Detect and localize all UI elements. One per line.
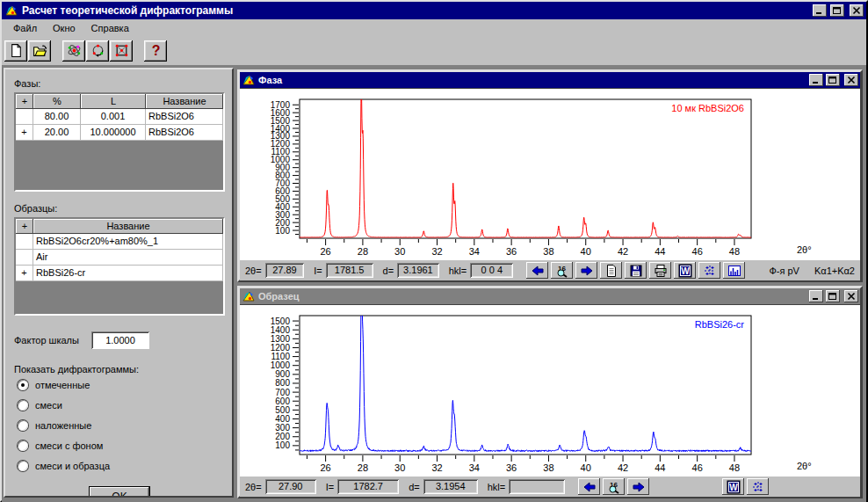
intensity-label: I= bbox=[314, 266, 322, 276]
column-header[interactable]: + bbox=[16, 94, 33, 109]
table-cell[interactable] bbox=[16, 109, 33, 125]
sample-window: Образец 10020030040050060070080090010001… bbox=[237, 286, 863, 498]
open-file-button[interactable] bbox=[28, 40, 51, 62]
sample-maximize-button[interactable] bbox=[826, 290, 840, 302]
intensity-label: I= bbox=[326, 482, 334, 492]
word-export-button[interactable]: W bbox=[722, 478, 744, 495]
phase-minimize-button[interactable] bbox=[809, 74, 823, 86]
table-cell[interactable]: 0.001 bbox=[81, 109, 146, 125]
unit-cell-button[interactable] bbox=[110, 40, 133, 62]
d-spacing-value: 3.1954 bbox=[423, 479, 478, 494]
phases-table: +%LНазвание80.000.001RbBSi2O6+20.0010.00… bbox=[14, 92, 225, 192]
column-header[interactable]: % bbox=[33, 94, 81, 109]
print-button[interactable] bbox=[649, 262, 671, 279]
minimize-button[interactable] bbox=[813, 4, 827, 17]
intensity-value: 1781.5 bbox=[326, 263, 373, 278]
column-header[interactable]: Название bbox=[146, 94, 223, 109]
phase-close-button[interactable] bbox=[844, 74, 858, 86]
table-cell[interactable] bbox=[16, 250, 33, 266]
prev-arrow-button[interactable] bbox=[526, 262, 548, 279]
column-header[interactable]: L bbox=[81, 94, 146, 109]
radio-label: смеси bbox=[35, 400, 62, 411]
table-cell[interactable]: + bbox=[16, 125, 33, 141]
hkl-label: hkl= bbox=[449, 266, 467, 276]
radio-icon[interactable] bbox=[18, 400, 28, 411]
menu-item-window[interactable]: Окно bbox=[45, 21, 83, 35]
toolbar-separator bbox=[52, 40, 62, 62]
samples-label: Образцы: bbox=[14, 203, 225, 214]
svg-text:900: 900 bbox=[275, 369, 290, 379]
show-option-4[interactable]: смеси и образца bbox=[18, 455, 225, 476]
histogram-toggle-button[interactable] bbox=[723, 262, 745, 279]
svg-text:1200: 1200 bbox=[271, 343, 291, 353]
table-cell[interactable]: Air bbox=[33, 250, 223, 266]
scale-factor-row: Фактор шкалы bbox=[14, 331, 225, 349]
sample-minimize-button[interactable] bbox=[809, 290, 823, 302]
table-cell[interactable]: 10.000000 bbox=[81, 125, 146, 141]
menu-item-help[interactable]: Справка bbox=[83, 21, 137, 35]
menu-item-file[interactable]: Файл bbox=[5, 21, 45, 35]
table-cell[interactable]: 80.00 bbox=[33, 109, 81, 125]
radio-icon[interactable] bbox=[18, 461, 28, 471]
show-option-2[interactable]: наложенные bbox=[18, 415, 225, 435]
phase-window-title: Фаза bbox=[258, 75, 282, 85]
atom-structure-button[interactable] bbox=[62, 40, 85, 62]
sample-window-icon bbox=[242, 290, 256, 302]
show-option-1[interactable]: смеси bbox=[18, 395, 225, 415]
sample-diffractogram[interactable]: 1002003004005006007008009001000110012001… bbox=[240, 304, 860, 476]
svg-text:44: 44 bbox=[655, 462, 665, 473]
svg-text:40: 40 bbox=[581, 462, 591, 473]
table-cell[interactable] bbox=[16, 234, 33, 250]
next-arrow-button[interactable] bbox=[627, 478, 649, 495]
svg-text:1400: 1400 bbox=[271, 325, 291, 335]
show-option-0[interactable]: отмеченные bbox=[18, 375, 225, 395]
radio-icon[interactable] bbox=[18, 440, 28, 451]
radio-icon[interactable] bbox=[18, 420, 28, 431]
svg-text:1100: 1100 bbox=[271, 352, 290, 361]
ok-button[interactable]: OK bbox=[89, 486, 150, 498]
svg-text:RbBSi26-cr: RbBSi26-cr bbox=[695, 319, 745, 330]
table-cell[interactable]: RbBSi2O6 bbox=[146, 125, 223, 141]
scale-factor-label: Фактор шкалы bbox=[14, 335, 79, 346]
sample-close-button[interactable] bbox=[844, 290, 858, 302]
maximize-button[interactable] bbox=[830, 4, 844, 17]
phase-statusbar: 2θ= 27.89 I= 1781.5 d= 3.1961 hkl= 0 0 4… bbox=[240, 259, 860, 280]
svg-text:500: 500 bbox=[275, 405, 290, 415]
table-cell[interactable]: 20.00 bbox=[33, 125, 81, 141]
svg-text:42: 42 bbox=[618, 462, 628, 473]
radio-icon[interactable] bbox=[18, 380, 28, 390]
prev-arrow-button[interactable] bbox=[578, 478, 600, 495]
report-document-button[interactable] bbox=[600, 262, 622, 279]
column-header[interactable]: + bbox=[16, 219, 33, 234]
table-cell[interactable]: + bbox=[16, 266, 33, 281]
sample-statusbar: 2θ= 27.90 I= 1782.7 d= 3.1954 hkl= 16W bbox=[240, 476, 860, 497]
hkl-value bbox=[509, 479, 565, 494]
svg-text:32: 32 bbox=[431, 246, 442, 257]
table-cell[interactable]: RbBSi26-cr bbox=[33, 266, 223, 281]
grid-toggle-button[interactable] bbox=[747, 478, 769, 495]
radio-label: смеси и образца bbox=[35, 461, 110, 471]
word-export-button[interactable]: W bbox=[674, 262, 696, 279]
table-cell[interactable]: RbBSi2O6 bbox=[146, 109, 223, 125]
close-button[interactable] bbox=[850, 4, 864, 17]
scale-factor-input[interactable] bbox=[91, 331, 149, 349]
phase-diffractogram[interactable]: 1002003004005006007008009001000110012001… bbox=[240, 88, 860, 259]
svg-text:38: 38 bbox=[543, 462, 553, 473]
find-peak-button[interactable]: 16 bbox=[551, 262, 573, 279]
column-header[interactable]: Название bbox=[33, 219, 223, 234]
hkl-label: hkl= bbox=[488, 482, 506, 492]
show-option-3[interactable]: смеси с фоном bbox=[18, 435, 225, 455]
table-cell[interactable]: RbBSi2O6cr20%+am80%_1 bbox=[33, 234, 223, 250]
find-peak-button[interactable]: 16 bbox=[603, 478, 625, 495]
grid-toggle-button[interactable] bbox=[698, 262, 720, 279]
new-document-button[interactable] bbox=[4, 40, 27, 62]
phase-maximize-button[interactable] bbox=[826, 74, 840, 86]
profile-function-label: Ф-я pV bbox=[769, 266, 799, 276]
orbit-view-button[interactable] bbox=[86, 40, 109, 62]
d-spacing-label: d= bbox=[409, 482, 420, 492]
d-spacing-label: d= bbox=[383, 266, 394, 276]
next-arrow-button[interactable] bbox=[575, 262, 597, 279]
save-button[interactable] bbox=[625, 262, 647, 279]
help-button[interactable]: ? bbox=[144, 40, 167, 62]
app-icon bbox=[4, 4, 18, 17]
